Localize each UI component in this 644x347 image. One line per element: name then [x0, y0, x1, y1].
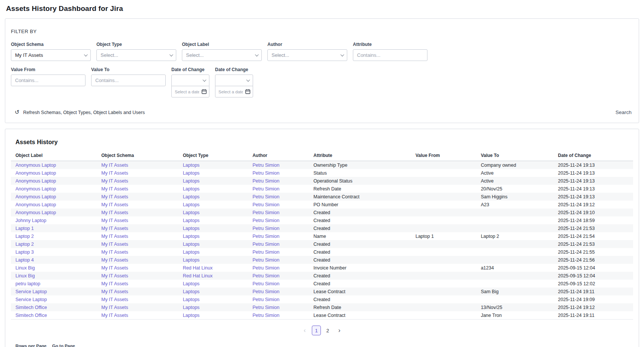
object_label-cell[interactable]: Linux Big	[11, 264, 97, 272]
author-cell[interactable]: Petru Simion	[248, 303, 309, 311]
object_schema-cell[interactable]: My IT Assets	[97, 201, 178, 209]
object_type-cell[interactable]: Laptops	[178, 169, 248, 177]
object_schema-cell[interactable]: My IT Assets	[97, 177, 178, 185]
object_type-cell[interactable]: Laptops	[178, 232, 248, 240]
author-cell[interactable]: Petru Simion	[248, 256, 309, 264]
pagination-next-icon[interactable]: ›	[334, 326, 344, 335]
author-cell[interactable]: Petru Simion	[248, 201, 309, 209]
value-from-input[interactable]	[11, 75, 85, 86]
object_schema-cell[interactable]: My IT Assets	[97, 209, 178, 216]
object_schema-cell[interactable]: My IT Assets	[97, 161, 178, 169]
date-of-change-to-input[interactable]	[215, 86, 253, 97]
author-cell[interactable]: Petru Simion	[248, 161, 309, 169]
object_type-cell[interactable]: Laptops	[178, 161, 248, 169]
object_schema-cell[interactable]: My IT Assets	[97, 303, 178, 311]
author-cell[interactable]: Petru Simion	[248, 240, 309, 248]
author-cell[interactable]: Petru Simion	[248, 216, 309, 224]
date_of_change-cell: 2025-09-15 12:04	[554, 264, 633, 272]
object-type-select[interactable]: Select...	[96, 49, 176, 61]
object_label-cell[interactable]: Anonymous Laptop	[11, 169, 97, 177]
date-of-change-to-operator-select[interactable]	[215, 75, 253, 86]
object_type-cell[interactable]: Laptops	[178, 240, 248, 248]
object_label-cell[interactable]: Anonymous Laptop	[11, 209, 97, 216]
author-select[interactable]: Select...	[267, 49, 347, 61]
author-cell[interactable]: Petru Simion	[248, 280, 309, 288]
value-to-input[interactable]	[91, 75, 166, 86]
object_type-cell[interactable]: Laptops	[178, 224, 248, 232]
object_label-cell[interactable]: Anonymous Laptop	[11, 193, 97, 201]
object_label-cell[interactable]: Simitech Office	[11, 311, 97, 320]
author-cell[interactable]: Petru Simion	[248, 232, 309, 240]
object_schema-cell[interactable]: My IT Assets	[97, 295, 178, 303]
date-of-change-from-operator-select[interactable]	[171, 75, 209, 86]
object_schema-cell[interactable]: My IT Assets	[97, 288, 178, 295]
date_of_change-cell: 2025-11-24 19:10	[554, 209, 633, 216]
attribute-input[interactable]	[353, 49, 427, 61]
object_type-cell[interactable]: Laptops	[178, 209, 248, 216]
object_label-cell[interactable]: Service Laptop	[11, 295, 97, 303]
object_label-cell[interactable]: Linux Big	[11, 272, 97, 280]
object_label-cell[interactable]: Anonymous Laptop	[11, 161, 97, 169]
object_label-cell[interactable]: Laptop 2	[11, 232, 97, 240]
author-cell[interactable]: Petru Simion	[248, 193, 309, 201]
object_schema-cell[interactable]: My IT Assets	[97, 169, 178, 177]
object_type-cell[interactable]: Red Hat Linux	[178, 272, 248, 280]
object_label-cell[interactable]: Laptop 3	[11, 248, 97, 256]
object_type-cell[interactable]: Red Hat Linux	[178, 264, 248, 272]
author-cell[interactable]: Petru Simion	[248, 185, 309, 193]
object_type-cell[interactable]: Laptops	[178, 295, 248, 303]
author-cell[interactable]: Petru Simion	[248, 295, 309, 303]
object_type-cell[interactable]: Laptops	[178, 201, 248, 209]
author-cell[interactable]: Petru Simion	[248, 264, 309, 272]
object_label-cell[interactable]: Laptop 1	[11, 224, 97, 232]
object_schema-cell[interactable]: My IT Assets	[97, 311, 178, 320]
object-schema-select[interactable]: My IT Assets	[11, 49, 91, 61]
object_type-cell[interactable]: Laptops	[178, 185, 248, 193]
author-cell[interactable]: Petru Simion	[248, 272, 309, 280]
object_schema-cell[interactable]: My IT Assets	[97, 256, 178, 264]
object_schema-cell[interactable]: My IT Assets	[97, 280, 178, 288]
author-cell[interactable]: Petru Simion	[248, 209, 309, 216]
object_label-cell[interactable]: Service Laptop	[11, 288, 97, 295]
object_label-cell[interactable]: Laptop 2	[11, 240, 97, 248]
object_type-cell[interactable]: Laptops	[178, 303, 248, 311]
author-cell[interactable]: Petru Simion	[248, 311, 309, 320]
search-button[interactable]: Search	[615, 108, 632, 117]
pagination-prev-icon[interactable]: ‹	[300, 326, 310, 335]
object_type-cell[interactable]: Laptops	[178, 193, 248, 201]
author-cell[interactable]: Petru Simion	[248, 177, 309, 185]
object_type-cell[interactable]: Laptops	[178, 280, 248, 288]
date-of-change-from-input[interactable]	[171, 86, 209, 97]
object_type-cell[interactable]: Laptops	[178, 288, 248, 295]
author-cell[interactable]: Petru Simion	[248, 288, 309, 295]
object-schema-field: Object Schema My IT Assets	[11, 42, 91, 61]
object_type-cell[interactable]: Laptops	[178, 216, 248, 224]
object_label-cell[interactable]: Simitech Office	[11, 303, 97, 311]
pagination-page-1[interactable]: 1	[312, 326, 321, 335]
object_label-cell[interactable]: petru laptop	[11, 280, 97, 288]
object-label-select[interactable]: Select...	[182, 49, 262, 61]
author-cell[interactable]: Petru Simion	[248, 224, 309, 232]
object_schema-cell[interactable]: My IT Assets	[97, 185, 178, 193]
object_type-cell[interactable]: Laptops	[178, 177, 248, 185]
object_label-cell[interactable]: Laptop 4	[11, 256, 97, 264]
refresh-schemas-button[interactable]: ↺ Refresh Schemas, Object Types, Object …	[15, 110, 145, 115]
object_schema-cell[interactable]: My IT Assets	[97, 216, 178, 224]
object_schema-cell[interactable]: My IT Assets	[97, 264, 178, 272]
object_schema-cell[interactable]: My IT Assets	[97, 193, 178, 201]
object_label-cell[interactable]: Johnny Laptop	[11, 216, 97, 224]
author-cell[interactable]: Petru Simion	[248, 248, 309, 256]
object_schema-cell[interactable]: My IT Assets	[97, 224, 178, 232]
object_type-cell[interactable]: Laptops	[178, 256, 248, 264]
object_label-cell[interactable]: Anonymous Laptop	[11, 185, 97, 193]
author-cell[interactable]: Petru Simion	[248, 169, 309, 177]
object_label-cell[interactable]: Anonymous Laptop	[11, 201, 97, 209]
object_label-cell[interactable]: Anonymous Laptop	[11, 177, 97, 185]
object_type-cell[interactable]: Laptops	[178, 311, 248, 320]
object_schema-cell[interactable]: My IT Assets	[97, 232, 178, 240]
pagination-page-2[interactable]: 2	[323, 326, 332, 335]
object_schema-cell[interactable]: My IT Assets	[97, 240, 178, 248]
object_schema-cell[interactable]: My IT Assets	[97, 248, 178, 256]
object_type-cell[interactable]: Laptops	[178, 248, 248, 256]
object_schema-cell[interactable]: My IT Assets	[97, 272, 178, 280]
